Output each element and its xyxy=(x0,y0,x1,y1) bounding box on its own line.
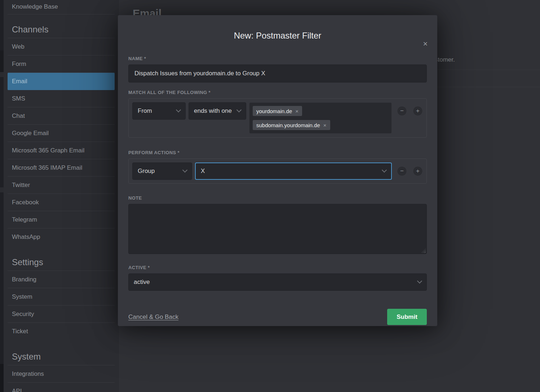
sidebar-item-twitter[interactable]: Twitter xyxy=(8,177,115,194)
name-input[interactable] xyxy=(128,64,427,83)
add-action-button[interactable]: + xyxy=(413,166,423,176)
submit-button[interactable]: Submit xyxy=(387,309,427,325)
close-icon[interactable]: × xyxy=(420,39,431,50)
sidebar-item-telegram[interactable]: Telegram xyxy=(8,211,115,228)
rail-segment xyxy=(0,187,4,192)
actions-row: Group X − + xyxy=(128,159,427,184)
active-label: ACTIVE * xyxy=(128,265,427,271)
sidebar-item-facebook[interactable]: Facebook xyxy=(8,194,115,211)
remove-tag-icon[interactable]: × xyxy=(323,122,327,128)
sidebar-item-integrations[interactable]: Integrations xyxy=(8,365,115,383)
sidebar-heading-settings: Settings xyxy=(8,254,115,271)
chevron-down-icon xyxy=(417,279,422,284)
left-nav-rail xyxy=(0,0,4,392)
sidebar-item-ms365-graph-email[interactable]: Microsoft 365 Graph Email xyxy=(8,142,115,159)
note-label: NOTE xyxy=(128,195,427,201)
sidebar-item-form[interactable]: Form xyxy=(8,55,115,73)
match-operator-select[interactable]: ends with one xyxy=(189,102,246,120)
remove-action-button[interactable]: − xyxy=(397,166,407,176)
remove-condition-button[interactable]: − xyxy=(397,106,407,116)
add-condition-button[interactable]: + xyxy=(413,106,423,116)
sidebar-item-whatsapp[interactable]: WhatsApp xyxy=(8,228,115,246)
sidebar-item-chat[interactable]: Chat xyxy=(8,107,115,125)
sidebar-heading-system: System xyxy=(8,349,115,365)
sidebar-item-api[interactable]: API xyxy=(8,383,115,392)
tag-subdomain-yourdomain[interactable]: subdomain.yourdomain.de × xyxy=(253,120,330,130)
match-value-tags[interactable]: yourdomain.de × subdomain.yourdomain.de … xyxy=(249,102,392,134)
tag-label: subdomain.yourdomain.de xyxy=(256,122,320,128)
sidebar-item-system[interactable]: System xyxy=(8,288,115,306)
sidebar-item-email[interactable]: Email xyxy=(8,73,115,90)
modal-title: New: Postmaster Filter xyxy=(128,15,427,41)
rail-segment xyxy=(0,50,4,72)
cancel-link[interactable]: Cancel & Go Back xyxy=(128,313,178,321)
chevron-down-icon xyxy=(236,107,242,112)
actions-label: PERFORM ACTIONS * xyxy=(128,150,427,156)
match-operator-value: ends with one xyxy=(194,107,232,114)
sidebar-item-security[interactable]: Security xyxy=(8,306,115,323)
background-clipped-text: stomer. xyxy=(435,56,455,63)
sidebar-heading-channels: Channels xyxy=(8,22,115,38)
chevron-down-icon xyxy=(176,107,181,112)
match-label: MATCH ALL OF THE FOLLOWING * xyxy=(128,90,427,95)
tag-label: yourdomain.de xyxy=(256,108,292,114)
action-value-select[interactable]: X xyxy=(195,162,392,180)
sidebar-item-ms365-imap-email[interactable]: Microsoft 365 IMAP Email xyxy=(8,159,115,177)
postmaster-filter-modal: × New: Postmaster Filter NAME * MATCH AL… xyxy=(118,15,437,326)
action-value: X xyxy=(201,168,205,174)
remove-tag-icon[interactable]: × xyxy=(295,108,298,114)
action-attribute-value: Group xyxy=(138,168,155,174)
sidebar-item-knowledge-base[interactable]: Knowledge Base xyxy=(8,0,115,14)
sidebar-item-sms[interactable]: SMS xyxy=(8,90,115,107)
match-attribute-value: From xyxy=(138,107,152,114)
chevron-down-icon xyxy=(382,168,387,173)
settings-sidebar: Knowledge Base Channels Web Form Email S… xyxy=(4,0,119,392)
name-label: NAME * xyxy=(128,56,427,62)
match-attribute-select[interactable]: From xyxy=(132,102,186,120)
sidebar-item-branding[interactable]: Branding xyxy=(8,271,115,288)
chevron-down-icon xyxy=(182,168,187,173)
rail-segment xyxy=(0,72,4,77)
tag-yourdomain[interactable]: yourdomain.de × xyxy=(253,106,302,116)
rail-segment xyxy=(0,364,4,392)
note-textarea[interactable] xyxy=(128,204,427,254)
sidebar-item-web[interactable]: Web xyxy=(8,38,115,55)
sidebar-item-google-email[interactable]: Google Email xyxy=(8,125,115,142)
sidebar-item-ticket[interactable]: Ticket xyxy=(8,323,115,340)
action-attribute-select[interactable]: Group xyxy=(132,162,192,180)
match-row: From ends with one yourdomain.de × subdo… xyxy=(128,98,427,138)
active-select[interactable]: active xyxy=(128,273,427,291)
active-value: active xyxy=(134,279,150,285)
